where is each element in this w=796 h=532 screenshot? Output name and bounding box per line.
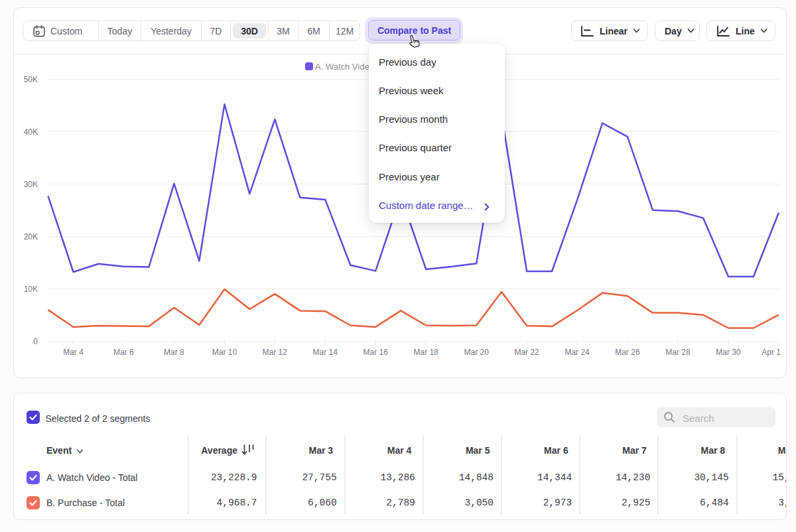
- svg-text:50K: 50K: [24, 75, 38, 84]
- svg-text:10K: 10K: [24, 285, 38, 294]
- svg-text:Mar 16: Mar 16: [364, 348, 389, 357]
- svg-text:40K: 40K: [24, 127, 38, 137]
- svg-text:Mar 10: Mar 10: [212, 348, 237, 357]
- svg-text:Mar 30: Mar 30: [716, 348, 741, 357]
- svg-text:0: 0: [33, 337, 38, 346]
- svg-text:Mar 12: Mar 12: [263, 348, 288, 357]
- svg-text:30K: 30K: [24, 180, 38, 189]
- svg-text:Mar 20: Mar 20: [464, 348, 490, 357]
- svg-text:Mar 24: Mar 24: [564, 348, 590, 357]
- svg-text:Mar 26: Mar 26: [615, 348, 640, 357]
- svg-text:Mar 4: Mar 4: [63, 348, 84, 357]
- svg-text:20K: 20K: [24, 232, 38, 241]
- svg-text:Mar 8: Mar 8: [164, 348, 184, 357]
- svg-text:Mar 18: Mar 18: [414, 348, 439, 357]
- svg-text:Mar 22: Mar 22: [514, 348, 539, 357]
- svg-text:Mar 6: Mar 6: [113, 348, 134, 357]
- svg-text:Mar 28: Mar 28: [665, 348, 691, 357]
- svg-text:Apr 1: Apr 1: [762, 348, 781, 357]
- svg-text:Mar 14: Mar 14: [313, 348, 338, 357]
